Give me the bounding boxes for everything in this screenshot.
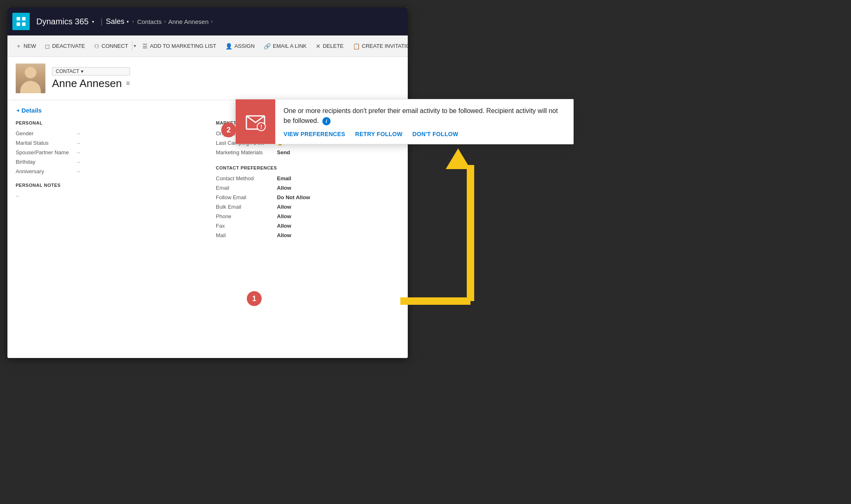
- email-a-link-button[interactable]: 🔗 EMAIL A LINK: [260, 39, 311, 54]
- field-row-gender: Gender --: [16, 130, 199, 137]
- mail-value: Allow: [277, 232, 291, 238]
- add-to-marketing-list-button[interactable]: ☰ ADD TO MARKETING LIST: [138, 39, 220, 54]
- contact-name-text: Anne Annesen: [52, 77, 122, 90]
- mail-label: Mail: [216, 232, 274, 238]
- step-1-circle: 1: [247, 291, 262, 306]
- assign-icon: 👤: [225, 43, 232, 49]
- email-value: Allow: [277, 185, 291, 191]
- phone-value: Allow: [277, 213, 291, 219]
- breadcrumb: Contacts › Anne Annesen ›: [137, 18, 213, 25]
- field-row-fax: Fax Allow: [216, 223, 399, 229]
- follow-email-value: Do Not Allow: [277, 194, 310, 200]
- app-name-caret: ▾: [92, 19, 94, 24]
- marketing-materials-value: Send: [277, 149, 290, 155]
- breadcrumb-chevron: ›: [164, 19, 166, 24]
- notification-icon-area: !: [236, 99, 275, 144]
- notification-popup: ! One or more recipients don't prefer th…: [235, 99, 574, 144]
- marital-status-value: --: [77, 140, 80, 146]
- deactivate-icon: ◻: [45, 43, 50, 49]
- spouse-value: --: [77, 149, 80, 155]
- gender-value: --: [77, 130, 80, 137]
- retry-follow-button[interactable]: RETRY FOLLOW: [355, 131, 403, 137]
- notification-info-icon: i: [322, 117, 331, 125]
- step-2-circle: 2: [221, 122, 236, 137]
- fax-value: Allow: [277, 223, 291, 229]
- bulk-email-label: Bulk Email: [216, 204, 274, 210]
- notification-actions: VIEW PREFERENCES RETRY FOLLOW DON'T FOLL…: [284, 131, 565, 137]
- view-preferences-button[interactable]: VIEW PREFERENCES: [284, 131, 345, 137]
- marketing-materials-label: Marketing Materials: [216, 149, 274, 155]
- field-row-spouse: Spouse/Partner Name --: [16, 149, 199, 155]
- contact-prefs-title: CONTACT PREFERENCES: [216, 165, 399, 170]
- anniversary-label: Anniversary: [16, 168, 73, 174]
- sales-caret: ▾: [127, 19, 129, 24]
- new-button[interactable]: ＋ NEW: [12, 39, 40, 54]
- delete-icon: ✕: [316, 43, 321, 49]
- field-row-mail: Mail Allow: [216, 232, 399, 238]
- app-grid-icon[interactable]: [12, 13, 30, 30]
- contact-header: CONTACT ▾ Anne Annesen ≡: [7, 57, 408, 100]
- app-name[interactable]: Dynamics 365 ▾: [33, 17, 97, 26]
- new-icon: ＋: [16, 42, 21, 50]
- breadcrumb-end-chevron: ›: [211, 19, 213, 24]
- field-row-anniversary: Anniversary --: [16, 168, 199, 174]
- field-row-marketing-materials: Marketing Materials Send: [216, 149, 399, 155]
- gender-label: Gender: [16, 130, 73, 137]
- contact-type-badge[interactable]: CONTACT ▾: [52, 67, 130, 75]
- birthday-label: Birthday: [16, 159, 73, 165]
- crm-window: Dynamics 365 ▾ | Sales ▾ › Contacts › An…: [7, 7, 408, 358]
- badge-caret: ▾: [81, 68, 83, 74]
- birthday-value: --: [77, 159, 80, 165]
- contact-menu-icon[interactable]: ≡: [126, 80, 130, 87]
- field-row-birthday: Birthday --: [16, 159, 199, 165]
- marital-status-label: Marital Status: [16, 140, 73, 146]
- nav-sales[interactable]: Sales ▾: [106, 17, 129, 26]
- field-row-phone: Phone Allow: [216, 213, 399, 219]
- svg-rect-1: [22, 17, 25, 20]
- contact-method-label: Contact Method: [216, 175, 274, 181]
- yellow-arrow-annotation: [396, 148, 479, 334]
- contact-info: CONTACT ▾ Anne Annesen ≡: [52, 67, 130, 90]
- phone-label: Phone: [216, 213, 274, 219]
- command-bar: ＋ NEW ◻ DEACTIVATE ⚇ CONNECT ▾ ☰ ADD TO …: [7, 35, 408, 57]
- top-nav: Dynamics 365 ▾ | Sales ▾ › Contacts › An…: [7, 7, 408, 35]
- create-invitation-icon: 📋: [353, 43, 360, 49]
- bulk-email-value: Allow: [277, 204, 291, 210]
- notification-content: One or more recipients don't prefer thei…: [275, 99, 573, 144]
- svg-rect-2: [17, 22, 20, 26]
- personal-group-title: PERSONAL: [16, 120, 199, 125]
- breadcrumb-contacts[interactable]: Contacts: [137, 18, 161, 25]
- fax-label: Fax: [216, 223, 274, 229]
- avatar: [16, 64, 45, 93]
- svg-rect-0: [17, 17, 20, 20]
- personal-notes-row: --: [16, 193, 199, 199]
- email-link-icon: 🔗: [264, 43, 271, 49]
- connect-icon: ⚇: [94, 43, 99, 49]
- assign-button[interactable]: 👤 ASSIGN: [221, 39, 259, 54]
- personal-notes-title: PERSONAL NOTES: [16, 183, 199, 188]
- svg-rect-3: [22, 22, 25, 26]
- delete-button[interactable]: ✕ DELETE: [312, 39, 348, 54]
- connect-button[interactable]: ⚇ CONNECT: [90, 39, 132, 54]
- anniversary-value: --: [77, 168, 80, 174]
- deactivate-button[interactable]: ◻ DEACTIVATE: [41, 39, 89, 54]
- svg-text:!: !: [260, 123, 262, 130]
- left-column: PERSONAL Gender -- Marital Status -- Spo…: [16, 120, 199, 242]
- spouse-label: Spouse/Partner Name: [16, 149, 73, 155]
- personal-notes-value: --: [16, 193, 19, 199]
- nav-chevron-1: ›: [132, 19, 134, 24]
- contact-method-value: Email: [277, 175, 291, 181]
- connect-dropdown[interactable]: ▾: [132, 41, 137, 51]
- svg-marker-9: [446, 148, 470, 169]
- field-row-marital-status: Marital Status --: [16, 140, 199, 146]
- nav-separator: |: [101, 17, 103, 26]
- breadcrumb-contact-name: Anne Annesen: [168, 18, 209, 25]
- email-label: Email: [216, 185, 274, 191]
- marketing-list-icon: ☰: [142, 43, 148, 49]
- notification-email-icon: !: [244, 110, 267, 133]
- field-row-email: Email Allow: [216, 185, 399, 191]
- notification-text: One or more recipients don't prefer thei…: [284, 106, 565, 126]
- personal-notes-section: PERSONAL NOTES --: [16, 183, 199, 199]
- create-invitation-button[interactable]: 📋 CREATE INVITATION: [349, 39, 408, 54]
- dont-follow-button[interactable]: DON'T FOLLOW: [412, 131, 458, 137]
